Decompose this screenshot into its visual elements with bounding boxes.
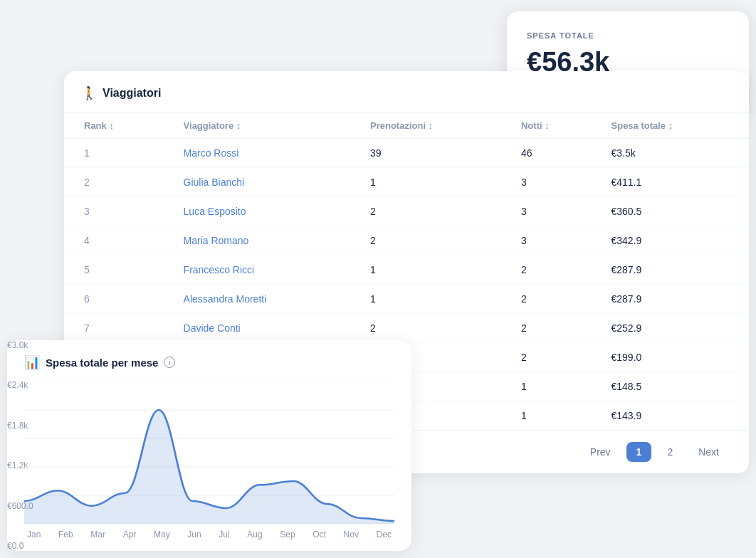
- cell-rank: 6: [64, 285, 172, 314]
- cell-prenotazioni: 2: [359, 226, 510, 256]
- cell-notti: 46: [510, 139, 600, 168]
- cell-rank: 3: [64, 197, 172, 226]
- walker-icon: 🚶: [81, 85, 97, 101]
- cell-prenotazioni: 2: [359, 314, 510, 343]
- cell-spesa: €148.5: [600, 372, 749, 401]
- x-may: May: [154, 530, 170, 539]
- cell-name: Maria Romano: [172, 226, 359, 256]
- table-title: Viaggiatori: [103, 87, 161, 100]
- prev-button[interactable]: Prev: [580, 442, 621, 462]
- cell-spesa: €3.5k: [600, 139, 749, 168]
- cell-spesa: €360.5: [600, 197, 749, 226]
- table-row: 6 Alessandra Moretti 1 2 €287.9: [64, 285, 749, 314]
- page-2-button[interactable]: 2: [657, 442, 683, 462]
- col-notti[interactable]: Notti ↕: [510, 113, 600, 139]
- cell-name: Marco Rossi: [172, 139, 359, 168]
- table-header: Rank ↕ Viaggiatore ↕ Prenotazioni ↕ Nott…: [64, 113, 749, 139]
- table-row: 1 Marco Rossi 39 46 €3.5k: [64, 139, 749, 168]
- cell-spesa: €411.1: [600, 168, 749, 197]
- col-spesa-totale[interactable]: Spesa totale ↕: [600, 113, 749, 139]
- cell-notti: 2: [510, 314, 600, 343]
- chart-title: Spesa totale per mese: [46, 357, 158, 369]
- cell-notti: 1: [510, 401, 600, 431]
- cell-rank: 4: [64, 226, 172, 256]
- cell-rank: 1: [64, 139, 172, 168]
- info-icon[interactable]: i: [164, 357, 175, 368]
- cell-notti: 2: [510, 343, 600, 372]
- cell-name: Alessandra Moretti: [172, 285, 359, 314]
- chart-icon: 📊: [24, 354, 40, 370]
- col-rank[interactable]: Rank ↕: [64, 113, 172, 139]
- cell-notti: 3: [510, 226, 600, 256]
- cell-notti: 2: [510, 285, 600, 314]
- page-1-button[interactable]: 1: [626, 442, 652, 462]
- x-axis-labels: Jan Feb Mar Apr May Jun Jul Aug Sep Oct …: [24, 530, 394, 539]
- table-row: 2 Giulia Bianchi 1 3 €411.1: [64, 168, 749, 197]
- x-sep: Sep: [280, 530, 295, 539]
- table-row: 7 Davide Conti 2 2 €252.9: [64, 314, 749, 343]
- x-jul: Jul: [219, 530, 229, 539]
- x-mar: Mar: [90, 530, 105, 539]
- col-prenotazioni[interactable]: Prenotazioni ↕: [359, 113, 510, 139]
- cell-name: Luca Esposito: [172, 197, 359, 226]
- x-nov: Nov: [344, 530, 359, 539]
- cell-spesa: €342.9: [600, 226, 749, 256]
- x-apr: Apr: [123, 530, 137, 539]
- cell-notti: 3: [510, 197, 600, 226]
- cell-name: Francesco Ricci: [172, 256, 359, 285]
- y-label-1: €3.0k: [7, 340, 38, 350]
- cell-spesa: €287.9: [600, 285, 749, 314]
- y-label-6: €0.0: [7, 541, 38, 551]
- x-feb: Feb: [58, 530, 73, 539]
- spesa-totale-label: SPESA TOTALE: [527, 31, 723, 40]
- x-aug: Aug: [247, 530, 262, 539]
- x-jan: Jan: [27, 530, 41, 539]
- chart-card: 📊 Spesa totale per mese i €3.0k €2.4k €1…: [7, 340, 411, 551]
- next-button[interactable]: Next: [688, 442, 729, 462]
- cell-notti: 1: [510, 372, 600, 401]
- x-oct: Oct: [313, 530, 326, 539]
- x-jun: Jun: [187, 530, 201, 539]
- table-header-row: 🚶 Viaggiatori: [64, 71, 749, 113]
- cell-prenotazioni: 1: [359, 168, 510, 197]
- cell-prenotazioni: 1: [359, 256, 510, 285]
- cell-prenotazioni: 1: [359, 285, 510, 314]
- cell-notti: 2: [510, 256, 600, 285]
- cell-rank: 5: [64, 256, 172, 285]
- cell-prenotazioni: 2: [359, 197, 510, 226]
- cell-rank: 7: [64, 314, 172, 343]
- cell-spesa: €199.0: [600, 343, 749, 372]
- col-viaggiatore[interactable]: Viaggiatore ↕: [172, 113, 359, 139]
- table-row: 4 Maria Romano 2 3 €342.9: [64, 226, 749, 256]
- table-row: 5 Francesco Ricci 1 2 €287.9: [64, 256, 749, 285]
- chart-area: [24, 381, 394, 524]
- cell-name: Davide Conti: [172, 314, 359, 343]
- cell-spesa: €287.9: [600, 256, 749, 285]
- cell-spesa: €252.9: [600, 314, 749, 343]
- cell-prenotazioni: 39: [359, 139, 510, 168]
- cell-name: Giulia Bianchi: [172, 168, 359, 197]
- table-row: 3 Luca Esposito 2 3 €360.5: [64, 197, 749, 226]
- cell-notti: 3: [510, 168, 600, 197]
- x-dec: Dec: [377, 530, 392, 539]
- cell-spesa: €143.9: [600, 401, 749, 431]
- cell-rank: 2: [64, 168, 172, 197]
- chart-header: 📊 Spesa totale per mese i: [24, 354, 394, 370]
